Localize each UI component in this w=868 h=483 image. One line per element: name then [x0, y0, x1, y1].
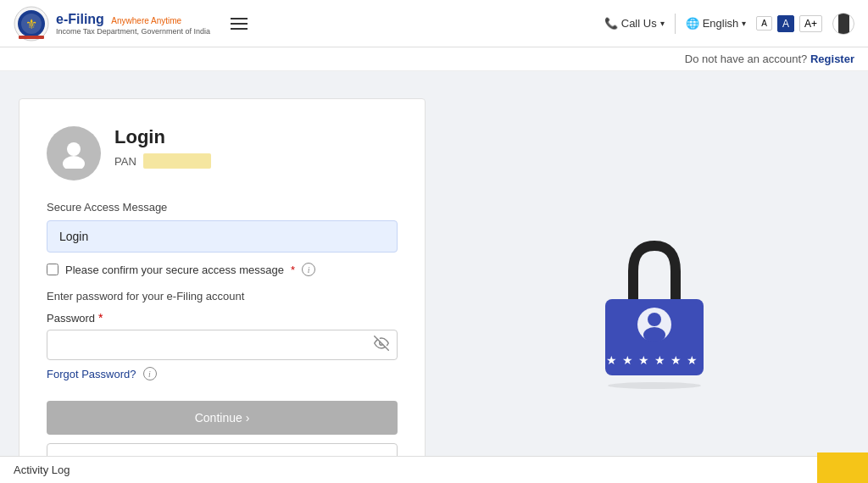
language-selector[interactable]: 🌐 English ▾	[686, 17, 747, 30]
header: ⚜ e-Filing Anywhere Anytime Income Tax D…	[0, 0, 868, 47]
logo-efiling-text: e-Filing Anywhere Anytime	[56, 11, 210, 27]
divider	[675, 14, 676, 34]
pan-row: PAN	[114, 153, 211, 169]
lang-chevron-icon: ▾	[742, 19, 746, 28]
globe-icon: 🌐	[686, 17, 699, 30]
confirm-label: Please confirm your secure access messag…	[65, 264, 284, 276]
svg-text:⚜: ⚜	[25, 17, 37, 31]
confirm-checkbox-row: Please confirm your secure access messag…	[47, 263, 398, 276]
password-input[interactable]	[47, 330, 398, 360]
call-chevron-icon: ▾	[660, 19, 665, 28]
continue-button[interactable]: Continue ›	[47, 401, 398, 435]
pan-label: PAN	[114, 155, 136, 168]
phone-icon: 📞	[604, 17, 618, 30]
yellow-block	[817, 452, 868, 483]
svg-text:★★★★★★: ★★★★★★	[606, 353, 703, 367]
login-title: Login	[114, 126, 211, 148]
padlock-shadow	[608, 382, 701, 389]
font-controls: A A A+	[756, 15, 822, 32]
checkbox-info-icon[interactable]: i	[302, 263, 315, 276]
password-label: Password	[47, 312, 95, 325]
forgot-row: Forgot Password? i	[47, 367, 398, 380]
password-input-wrap	[47, 330, 398, 360]
font-decrease-button[interactable]: A	[756, 16, 772, 31]
password-section-label: Enter password for your e-Filing account	[47, 290, 398, 303]
activity-bar: Activity Log	[0, 456, 868, 483]
required-star: *	[291, 264, 295, 276]
activity-log-label: Activity Log	[14, 464, 70, 476]
svg-point-11	[643, 327, 665, 342]
forgot-password-link[interactable]: Forgot Password?	[47, 368, 136, 380]
svg-point-10	[648, 313, 661, 326]
register-link[interactable]: Register	[810, 53, 854, 65]
padlock-svg: ★★★★★★	[587, 233, 722, 386]
user-header: Login PAN	[47, 126, 398, 180]
secure-message-box: Login	[47, 220, 398, 253]
login-form-panel: Login PAN Secure Access Message Login Pl…	[19, 98, 426, 483]
hamburger-icon[interactable]	[231, 18, 248, 30]
pan-value	[143, 153, 211, 169]
call-us-button[interactable]: 📞 Call Us ▾	[604, 17, 665, 30]
svg-point-6	[63, 156, 85, 169]
user-info: Login PAN	[114, 126, 211, 169]
font-normal-button[interactable]: A	[777, 15, 794, 32]
avatar	[47, 126, 101, 180]
main-content: Login PAN Secure Access Message Login Pl…	[19, 71, 849, 483]
eye-off-icon	[374, 336, 389, 351]
password-label-row: Password *	[47, 311, 398, 325]
header-right: 📞 Call Us ▾ 🌐 English ▾ A A A+	[604, 13, 854, 35]
forgot-info-icon[interactable]: i	[143, 367, 157, 380]
logo-subtitle: Income Tax Department, Government of Ind…	[56, 27, 210, 36]
sub-header: Do not have an account? Register	[0, 47, 868, 71]
password-required-star: *	[98, 311, 103, 325]
padlock-illustration: ★★★★★★	[587, 233, 722, 389]
illustration-panel: ★★★★★★	[459, 98, 849, 483]
logo: ⚜ e-Filing Anywhere Anytime Income Tax D…	[14, 6, 210, 42]
font-increase-button[interactable]: A+	[799, 15, 822, 32]
contrast-button[interactable]	[832, 13, 854, 35]
secure-message-label: Secure Access Message	[47, 201, 398, 214]
emblem-icon: ⚜	[14, 6, 49, 42]
confirm-checkbox[interactable]	[47, 264, 58, 275]
user-icon	[58, 138, 89, 169]
logo-text: e-Filing Anywhere Anytime Income Tax Dep…	[56, 11, 210, 36]
toggle-password-button[interactable]	[374, 336, 389, 354]
svg-point-5	[67, 142, 81, 156]
svg-rect-4	[19, 36, 44, 39]
